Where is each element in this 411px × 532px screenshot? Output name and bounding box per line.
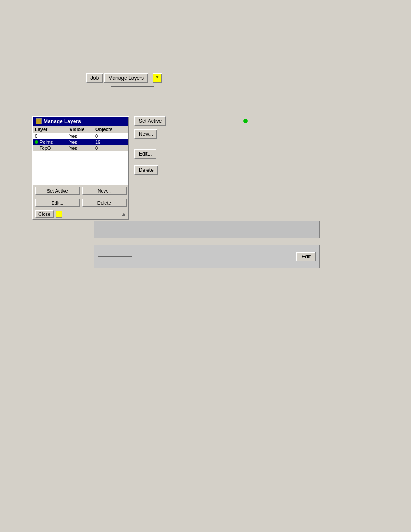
dialog-new-button[interactable]: New... (82, 187, 127, 195)
table-row[interactable]: 0 Yes 0 (33, 133, 128, 139)
row-objects-2: 0 (95, 146, 121, 151)
scroll-up-arrow[interactable]: ▲ (121, 211, 127, 218)
col-layer: Layer (35, 127, 69, 132)
info-box-2: Edit (94, 245, 320, 268)
edit-row: Edit... (134, 149, 320, 159)
col-objects: Objects (95, 127, 121, 132)
edit-button[interactable]: Edit... (134, 149, 156, 159)
new-button[interactable]: New... (134, 129, 157, 139)
info-edit-button[interactable]: Edit (296, 252, 316, 261)
set-active-row: Set Active (134, 116, 320, 126)
table-row[interactable]: Points Yes 19 (33, 139, 128, 145)
dialog-buttons-row2: Edit... Delete (33, 197, 128, 209)
dialog-footer-icon[interactable]: * (56, 211, 62, 218)
manage-layers-dialog: Manage Layers Layer Visible Objects 0 Ye… (32, 116, 129, 220)
row-visible-1: Yes (69, 140, 95, 145)
new-row: New... (134, 129, 320, 139)
dialog-set-active-button[interactable]: Set Active (35, 187, 80, 195)
dialog-titlebar: Manage Layers (33, 117, 128, 126)
toolbar-icon[interactable]: * (153, 73, 162, 83)
table-header: Layer Visible Objects (33, 126, 128, 133)
row-objects-1: 19 (95, 140, 121, 145)
table-row[interactable]: TopO Yes 0 (33, 145, 128, 151)
new-underline (166, 134, 200, 134)
dialog-title: Manage Layers (44, 118, 81, 124)
row-layer-2: TopO (35, 146, 69, 151)
job-button[interactable]: Job (86, 73, 103, 83)
active-indicator (35, 140, 38, 144)
row-layer-1: Points (35, 140, 69, 145)
col-visible: Visible (69, 127, 95, 132)
dialog-close-button[interactable]: Close (35, 210, 54, 218)
dialog-footer: Close * ▲ (33, 209, 128, 219)
dialog-delete-button[interactable]: Delete (82, 199, 127, 207)
edit-underline (165, 154, 199, 154)
toolbar: Job Manage Layers * (86, 73, 162, 83)
dialog-edit-button[interactable]: Edit... (35, 199, 80, 207)
dialog-title-icon (36, 118, 42, 124)
manage-layers-button[interactable]: Manage Layers (104, 73, 148, 83)
delete-row: Delete (134, 165, 320, 175)
set-active-button[interactable]: Set Active (134, 116, 166, 126)
dialog-buttons-row1: Set Active New... (33, 185, 128, 197)
right-panel: Set Active New... Edit... Delete (134, 116, 320, 175)
row-objects-0: 0 (95, 134, 121, 139)
delete-button[interactable]: Delete (134, 165, 158, 175)
table-body: 0 Yes 0 Points Yes 19 TopO Yes 0 (33, 133, 128, 185)
row-visible-2: Yes (69, 146, 95, 151)
info-underline (98, 256, 132, 257)
row-layer-0: 0 (35, 134, 69, 139)
row-visible-0: Yes (69, 134, 95, 139)
info-box-1 (94, 221, 320, 238)
green-dot-indicator (243, 119, 248, 123)
toolbar-underline (111, 86, 154, 87)
